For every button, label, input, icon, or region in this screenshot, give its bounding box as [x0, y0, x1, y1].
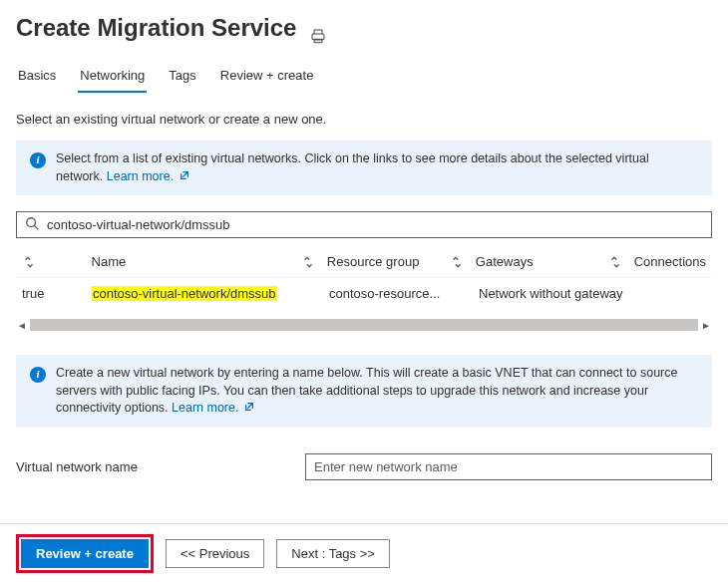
- sort-icon: [301, 255, 315, 269]
- cell-selected: true: [16, 278, 86, 309]
- info-icon: i: [30, 152, 46, 168]
- tab-review-create[interactable]: Review + create: [218, 62, 316, 93]
- vnet-search-input[interactable]: [45, 216, 703, 233]
- cell-resource-group: contoso-resource...: [323, 278, 473, 309]
- col-gateways[interactable]: Gateways: [470, 246, 628, 277]
- info-text: Create a new virtual network by entering…: [56, 366, 677, 415]
- next-button[interactable]: Next : Tags >>: [276, 539, 390, 568]
- tab-bar: Basics Networking Tags Review + create: [16, 62, 712, 94]
- col-connections[interactable]: Connections: [628, 246, 712, 277]
- search-icon: [25, 216, 39, 233]
- tab-tags[interactable]: Tags: [167, 62, 197, 93]
- table-row[interactable]: true contoso-virtual-network/dmssub cont…: [16, 277, 712, 309]
- instruction-text: Select an existing virtual network or cr…: [16, 112, 712, 127]
- scroll-track[interactable]: [30, 319, 698, 331]
- review-create-button[interactable]: Review + create: [21, 539, 149, 568]
- horizontal-scrollbar[interactable]: ◄ ►: [16, 317, 712, 333]
- sort-icon: [450, 255, 464, 269]
- vnet-search-box[interactable]: [16, 211, 712, 238]
- vnet-name-input[interactable]: [305, 453, 712, 480]
- sort-icon: [22, 255, 36, 269]
- cell-name: contoso-virtual-network/dmssub: [86, 278, 323, 309]
- previous-button[interactable]: << Previous: [166, 539, 264, 568]
- vnet-name-label: Virtual network name: [16, 459, 305, 474]
- svg-point-0: [27, 218, 36, 227]
- external-link-icon: [180, 168, 189, 178]
- tab-networking[interactable]: Networking: [78, 62, 147, 93]
- cell-gateways: Network without gateway: [473, 278, 632, 309]
- page-title: Create Migration Service: [16, 14, 296, 42]
- col-name[interactable]: Name: [86, 246, 321, 277]
- info-icon: i: [30, 367, 46, 383]
- learn-more-link[interactable]: Learn more.: [107, 169, 189, 183]
- sort-icon: [608, 255, 622, 269]
- vnet-table: Name Resource group Gateways Connections…: [16, 246, 712, 333]
- scroll-right-icon[interactable]: ►: [700, 317, 712, 333]
- info-existing-vnet: i Select from a list of existing virtual…: [16, 141, 712, 195]
- tab-basics[interactable]: Basics: [16, 62, 58, 93]
- col-select[interactable]: [16, 247, 86, 277]
- external-link-icon: [244, 400, 254, 410]
- print-icon[interactable]: [310, 28, 326, 47]
- col-resource-group[interactable]: Resource group: [321, 246, 470, 277]
- footer-bar: Review + create << Previous Next : Tags …: [0, 523, 728, 583]
- learn-more-link[interactable]: Learn more.: [172, 401, 254, 415]
- scroll-left-icon[interactable]: ◄: [16, 317, 28, 333]
- info-create-vnet: i Create a new virtual network by enteri…: [16, 355, 712, 428]
- cell-connections: [632, 286, 712, 302]
- review-create-highlight: Review + create: [16, 534, 154, 573]
